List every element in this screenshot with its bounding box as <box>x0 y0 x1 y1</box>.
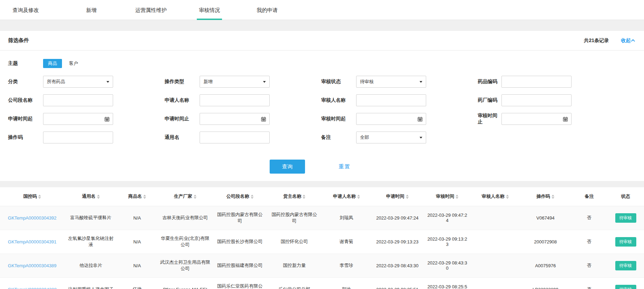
tab-add-new[interactable]: 新增 <box>86 0 97 20</box>
cell-owner-name: 国控怀化公司 <box>266 230 322 254</box>
field-label: 药厂编码 <box>478 97 501 103</box>
field-label: 审核时间起 <box>321 116 356 122</box>
cell-owner-name: 国控新力量 <box>266 254 322 277</box>
spacer-band <box>0 20 644 31</box>
cell-manufacturer: 华夏生生药业(北京)有限公司 <box>157 230 213 254</box>
cell-apply-time: 2022-03-29 09:13:23 <box>371 230 424 254</box>
national-code-link[interactable]: GKTempH00000304388 <box>8 287 57 289</box>
col-header-product-name[interactable]: 商品名 <box>117 187 157 206</box>
filter-title: 筛选条件 <box>8 37 29 44</box>
national-code-link[interactable]: GKTempA00000304391 <box>8 239 57 244</box>
apply-time-start-picker[interactable] <box>43 113 113 125</box>
col-header-label: 生产厂家 <box>174 194 192 199</box>
field-operation-type: 操作类型 新增 <box>165 76 321 88</box>
cell-operation-code: LB22023899 <box>520 277 571 289</box>
audit-status-select[interactable]: 待审核 <box>356 76 426 88</box>
col-header-national-code[interactable]: 国控码 <box>0 187 64 206</box>
col-header-company-segment[interactable]: 公司段名称 <box>213 187 267 206</box>
table-row: GKTempA00000304392 富马酸喹硫平缓释片 N/A 吉林天衡药业有… <box>0 206 644 230</box>
col-header-label: 通用名 <box>82 194 96 199</box>
cell-audit-time: 2022-03-29 08:43:30 <box>424 254 471 277</box>
cell-company-segment: 国药控股福建有限公司 <box>213 254 267 277</box>
select-value: 所有药品 <box>47 79 65 85</box>
sort-icon <box>506 195 509 199</box>
col-header-generic-name[interactable]: 通用名 <box>64 187 117 206</box>
empty-cell <box>478 132 634 143</box>
applicant-name-input[interactable] <box>200 94 270 106</box>
tab-operation-attr-maintain[interactable]: 运营属性维护 <box>135 0 167 20</box>
audit-time-end-input[interactable] <box>502 116 563 122</box>
tab-query-modify[interactable]: 查询及修改 <box>13 0 39 20</box>
national-code-link[interactable]: GKTempA00000304392 <box>8 215 57 221</box>
topic-option-customer[interactable]: 客户 <box>64 59 83 68</box>
tab-my-applications[interactable]: 我的申请 <box>257 0 278 20</box>
company-segment-input[interactable] <box>43 94 113 106</box>
field-category: 分类 所有药品 <box>8 76 165 88</box>
sort-icon <box>456 195 458 199</box>
field-label: 分类 <box>8 79 43 85</box>
col-header-operation-code[interactable]: 操作码 <box>520 187 571 206</box>
factory-code-input[interactable] <box>501 94 572 106</box>
operation-type-select[interactable]: 新增 <box>200 76 270 88</box>
field-label: 审核人名称 <box>321 97 356 103</box>
cell-company-segment: 国药乐仁堂医药有限公司 <box>213 277 267 289</box>
calendar-icon <box>417 116 423 122</box>
cell-remark: 否 <box>571 254 607 277</box>
generic-name-input[interactable] <box>200 132 270 143</box>
col-header-apply-time[interactable]: 申请时间 <box>371 187 424 206</box>
col-header-audit-time[interactable]: 审核时间 <box>424 187 471 206</box>
spacer-band <box>0 181 644 187</box>
field-label: 申请时间止 <box>165 116 200 122</box>
sort-icon <box>194 195 196 199</box>
cell-company-segment: 国药控股长沙有限公司 <box>213 230 267 254</box>
search-button[interactable]: 查询 <box>270 160 305 174</box>
apply-time-start-input[interactable] <box>43 116 104 122</box>
reset-button[interactable]: 重置 <box>339 163 351 170</box>
top-tab-bar: 查询及修改 新增 运营属性维护 审核情况 我的申请 <box>0 0 644 20</box>
field-audit-status: 审核状态 待审核 <box>321 76 478 88</box>
cell-apply-time: 2022-03-29 08:43:30 <box>371 254 424 277</box>
calendar-icon <box>261 116 266 122</box>
sort-icon <box>38 195 41 199</box>
table-header-row: 国控码 通用名 商品名 生产厂家 公司段名称 货主名称 申请人名称 申请时间 审… <box>0 187 644 206</box>
select-value: 待审核 <box>360 79 374 85</box>
field-operation-code: 操作码 <box>8 132 165 143</box>
col-header-label: 商品名 <box>128 194 142 199</box>
col-header-label: 操作码 <box>536 194 550 199</box>
chevron-down-icon <box>420 81 422 83</box>
apply-time-end-input[interactable] <box>200 116 261 122</box>
col-header-owner-name[interactable]: 货主名称 <box>266 187 322 206</box>
audit-time-start-picker[interactable] <box>356 113 426 125</box>
cell-operation-code: 200072908 <box>520 230 571 254</box>
col-header-label: 货主名称 <box>283 194 301 199</box>
col-header-manufacturer[interactable]: 生产厂家 <box>157 187 213 206</box>
drug-code-input[interactable] <box>501 76 572 88</box>
cell-product-name: 任捷 <box>117 277 157 289</box>
field-drug-code: 药品编码 <box>478 76 634 88</box>
sort-icon <box>303 195 305 199</box>
col-header-applicant-name[interactable]: 申请人名称 <box>322 187 371 206</box>
field-audit-time-end: 审核时间止 <box>478 113 634 125</box>
audit-time-start-input[interactable] <box>356 116 417 122</box>
calendar-icon <box>104 116 110 122</box>
field-label: 药品编码 <box>478 79 501 85</box>
auditor-name-input[interactable] <box>356 94 426 106</box>
results-table: 国控码 通用名 商品名 生产厂家 公司段名称 货主名称 申请人名称 申请时间 审… <box>0 187 644 289</box>
collapse-button[interactable]: 收起 <box>621 38 635 44</box>
cell-remark: 否 <box>571 230 607 254</box>
col-header-auditor-name[interactable]: 审核人名称 <box>471 187 520 206</box>
col-header-label: 审核时间 <box>436 194 454 199</box>
tab-audit-status[interactable]: 审核情况 <box>199 0 220 20</box>
national-code-link[interactable]: GKTempA00000304389 <box>8 263 57 268</box>
category-select[interactable]: 所有药品 <box>43 76 113 88</box>
status-badge: 待审核 <box>615 261 636 270</box>
operation-code-input[interactable] <box>43 132 113 143</box>
chevron-up-icon <box>631 39 635 43</box>
audit-time-end-picker[interactable] <box>501 113 572 125</box>
apply-time-end-picker[interactable] <box>200 113 270 125</box>
remark-select[interactable]: 全部 <box>356 132 426 143</box>
topic-option-goods[interactable]: 商品 <box>43 59 62 68</box>
field-label: 申请时间起 <box>8 116 43 122</box>
field-apply-time-end: 申请时间止 <box>165 113 321 125</box>
cell-manufacturer: 吉林天衡药业有限公司 <box>157 206 213 230</box>
